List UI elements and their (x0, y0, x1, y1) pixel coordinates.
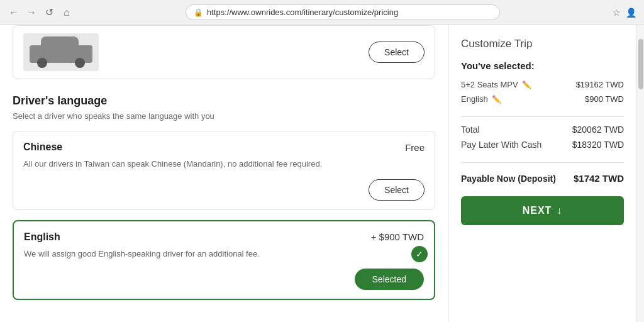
vehicle-select-button[interactable]: Select (369, 42, 425, 63)
forward-button[interactable]: → (25, 6, 38, 19)
english-selected-button[interactable]: Selected (355, 269, 424, 290)
lock-icon: 🔒 (194, 8, 203, 17)
total-label: Total (461, 125, 480, 135)
chinese-lang-desc: All our drivers in Taiwan can speak Chin… (23, 158, 425, 170)
reload-button[interactable]: ↺ (43, 6, 55, 19)
english-selection-row: English ✏️ $900 TWD (461, 94, 624, 104)
profile-icon[interactable]: 👤 (626, 8, 636, 18)
divider-1 (461, 116, 624, 117)
chinese-card-footer: Select (23, 179, 425, 201)
chinese-card-header: Chinese Free (23, 142, 425, 153)
english-card-footer: ✓ Selected (24, 269, 424, 290)
section-subtitle: Select a driver who speaks the same lang… (13, 111, 435, 121)
language-section: Driver's language Select a driver who sp… (13, 94, 435, 300)
scrollbar[interactable] (636, 25, 644, 322)
pay-later-price: $18320 TWD (572, 140, 624, 150)
chinese-lang-name: Chinese (23, 142, 62, 153)
main-content: Select Driver's language Select a driver… (0, 25, 448, 322)
chinese-lang-price: Free (405, 142, 425, 153)
car-wheel-right (75, 58, 85, 68)
mpv-price: $19162 TWD (576, 80, 624, 89)
payable-now-price: $1742 TWD (574, 173, 624, 184)
english-option-card: English + $900 TWD We will assign good E… (13, 220, 435, 301)
english-edit-icon[interactable]: ✏️ (492, 95, 501, 104)
vehicle-card: Select (13, 25, 435, 79)
english-lang-price: + $900 TWD (371, 231, 424, 242)
next-button[interactable]: NEXT ↓ (461, 196, 624, 225)
total-price: $20062 TWD (572, 125, 624, 135)
car-wheel-left (37, 58, 47, 68)
vehicle-image (23, 33, 99, 71)
home-button[interactable]: ⌂ (60, 6, 73, 19)
mpv-edit-icon[interactable]: ✏️ (522, 80, 531, 89)
customize-trip-sidebar: Customize Trip You've selected: 5+2 Seat… (448, 25, 636, 322)
pay-later-label: Pay Later With Cash (461, 140, 541, 150)
url-text: https://www.ownrides.com/itinerary/custo… (207, 8, 398, 17)
bookmark-icon[interactable]: ☆ (613, 8, 621, 18)
car-shape (30, 36, 92, 68)
back-button[interactable]: ← (8, 6, 20, 19)
address-bar[interactable]: 🔒 https://www.ownrides.com/itinerary/cus… (186, 4, 500, 20)
english-lang-desc: We will assign good English-speaking dri… (24, 248, 424, 260)
english-lang-name: English (24, 231, 60, 243)
browser-actions: ☆ 👤 (613, 8, 636, 18)
english-price: $900 TWD (585, 94, 624, 104)
next-arrow-icon: ↓ (557, 205, 562, 216)
english-item: English ✏️ (461, 94, 501, 104)
chinese-option-card: Chinese Free All our drivers in Taiwan c… (13, 131, 435, 210)
mpv-item-label: 5+2 Seats MPV (461, 80, 518, 89)
page-body: Select Driver's language Select a driver… (0, 25, 644, 322)
total-row: Total $20062 TWD (461, 125, 624, 135)
payable-now-row: Payable Now (Deposit) $1742 TWD (461, 173, 624, 184)
payable-now-label: Payable Now (Deposit) (461, 174, 556, 184)
mpv-selection-row: 5+2 Seats MPV ✏️ $19162 TWD (461, 80, 624, 89)
youve-selected-label: You've selected: (461, 60, 624, 71)
sidebar-title: Customize Trip (461, 38, 624, 50)
section-title: Driver's language (13, 94, 435, 108)
next-button-label: NEXT (523, 205, 552, 216)
browser-chrome: ← → ↺ ⌂ 🔒 https://www.ownrides.com/itine… (0, 0, 644, 25)
english-card-header: English + $900 TWD (24, 231, 424, 243)
chinese-select-button[interactable]: Select (369, 179, 425, 201)
english-item-label: English (461, 94, 488, 104)
divider-2 (461, 162, 624, 163)
mpv-item: 5+2 Seats MPV ✏️ (461, 80, 531, 89)
selected-check-badge: ✓ (411, 246, 428, 262)
scrollbar-thumb[interactable] (638, 39, 643, 89)
pay-later-row: Pay Later With Cash $18320 TWD (461, 140, 624, 150)
